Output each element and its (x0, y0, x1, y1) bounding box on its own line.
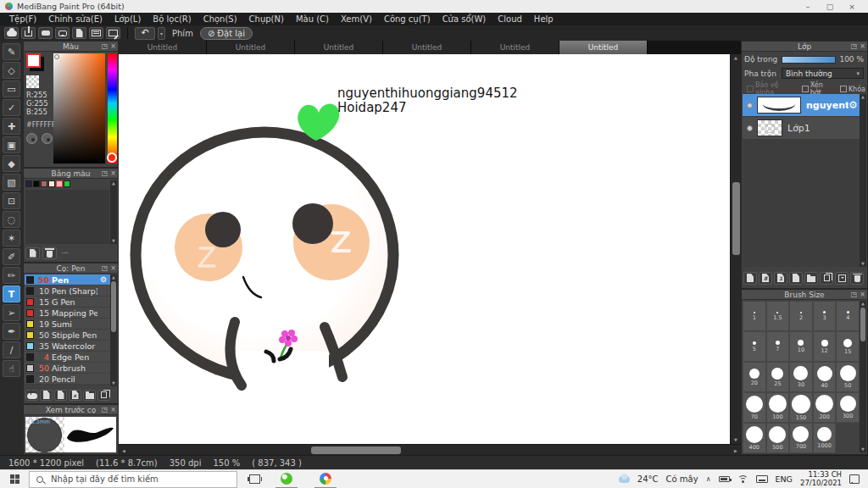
canvas-horizontal-scrollbar[interactable]: ◀ ▶ (119, 444, 741, 455)
brush-row[interactable]: 19 Sumi (25, 319, 110, 330)
taskbar-app-medibang[interactable] (274, 470, 299, 488)
transparent-color-swatch[interactable] (26, 75, 39, 88)
add-layer-folder-button[interactable] (804, 272, 818, 285)
brush-size-cell[interactable]: 100 (766, 392, 790, 423)
weather-cloud-icon[interactable] (619, 476, 630, 483)
foreground-color-swatch[interactable] (26, 53, 41, 68)
close-icon[interactable]: × (110, 405, 116, 415)
brush-row[interactable]: 50 Pen ⚙ (25, 274, 110, 286)
gradient-tool[interactable]: ▧ (3, 174, 20, 191)
palette-swatch[interactable] (33, 180, 40, 187)
text-tool[interactable]: T (3, 286, 20, 302)
popout-icon[interactable]: ◳ (102, 42, 108, 52)
duplicate-layer-button[interactable] (820, 272, 833, 285)
checkbox-box[interactable] (747, 86, 754, 92)
brush-size-cell[interactable]: 20 (743, 362, 766, 392)
undo-button[interactable]: ↶ (135, 27, 155, 40)
layer-row[interactable]: Lớp1 (743, 117, 860, 140)
brush-settings-gear-icon[interactable]: ⚙ (100, 275, 108, 284)
battery-icon[interactable] (719, 476, 730, 482)
brush-scroll-thumb[interactable] (111, 281, 116, 332)
select-eraser-tool[interactable]: ✏ (3, 267, 20, 284)
add-brush-button[interactable] (40, 390, 53, 401)
document-tab[interactable]: Untitled (119, 41, 207, 54)
scroll-down-icon[interactable]: ▼ (860, 446, 866, 452)
menu-item-1[interactable]: Chỉnh sửa(E) (42, 13, 108, 25)
eraser-tool[interactable]: ◇ (3, 62, 20, 79)
palette-alt-mode-icon[interactable] (42, 133, 53, 144)
popout-icon[interactable]: ◳ (851, 42, 858, 52)
brush-size-cell[interactable]: 1 (743, 301, 766, 331)
brush-size-cell[interactable]: 30 (789, 362, 813, 392)
menu-item-9[interactable]: Cửa sổ(W) (437, 13, 492, 25)
taskbar-app-browser[interactable] (313, 470, 338, 488)
close-icon[interactable]: × (860, 290, 865, 300)
language-indicator[interactable]: ENG (776, 474, 793, 484)
document-icon-button[interactable] (72, 27, 86, 39)
weather-desc[interactable]: Có mây (666, 474, 698, 484)
delete-color-button[interactable] (42, 247, 57, 259)
undo-menu-button[interactable]: ▾ (158, 27, 165, 40)
brush-scrollbar[interactable]: ▲ ▼ (110, 274, 117, 386)
maximize-button[interactable]: ▢ (819, 0, 841, 13)
brush-size-cell[interactable]: 2 (789, 301, 813, 331)
move-tool[interactable]: ✚ (3, 118, 20, 135)
vertical-scroll-thumb[interactable] (732, 182, 740, 255)
palette-swatch[interactable] (41, 180, 47, 187)
saturation-value-picker[interactable] (53, 53, 105, 164)
checkbox-box[interactable] (840, 86, 847, 92)
figure-tool[interactable]: ▭ (3, 80, 20, 97)
checkbox-box[interactable] (802, 86, 809, 92)
palette-scrollbar[interactable]: ▲ ▼ (110, 180, 117, 244)
brush-tool[interactable]: ✎ (3, 43, 20, 60)
brush-size-cell[interactable]: 150 (789, 392, 813, 423)
close-icon[interactable]: × (110, 169, 116, 179)
palette-swatch[interactable] (48, 180, 55, 187)
menu-item-5[interactable]: Chụp(N) (243, 13, 290, 25)
brush-size-cell[interactable]: 700 (789, 423, 813, 453)
menu-item-11[interactable]: Help (528, 13, 559, 25)
brush-size-cell[interactable]: 12 (813, 331, 837, 362)
menu-item-3[interactable]: Bộ lọc(R) (147, 13, 197, 25)
opacity-slider[interactable] (782, 56, 836, 64)
menu-item-8[interactable]: Công cụ(T) (378, 13, 437, 25)
brush-row[interactable]: 15 Mapping Pen (25, 308, 110, 319)
hand-tool[interactable]: ☝ (3, 360, 20, 377)
scroll-up-icon[interactable]: ▲ (731, 55, 741, 61)
menu-item-0[interactable]: Tệp(F) (3, 13, 42, 25)
script-brush-button[interactable] (69, 390, 81, 401)
brush-size-cell[interactable]: 1.5 (766, 301, 790, 331)
menu-item-7[interactable]: Xem(V) (335, 13, 378, 25)
popout-icon[interactable]: ◳ (851, 290, 858, 300)
bucket-tool[interactable]: ◆ (3, 155, 20, 172)
layer-settings-gear-icon[interactable]: ⚙ (849, 99, 860, 111)
document-tab[interactable]: Untitled (383, 41, 471, 54)
search-input[interactable] (49, 474, 230, 485)
palette-swatch[interactable] (25, 180, 32, 187)
brush-size-cell[interactable]: 15 (836, 331, 860, 362)
operation-tool[interactable]: ➢ (3, 304, 20, 321)
brush-size-cell[interactable]: 25 (766, 362, 790, 392)
add-brush-menu-button[interactable] (54, 390, 67, 401)
magic-wand-tool[interactable]: ✶ (3, 230, 20, 247)
brush-row[interactable]: 20 Pencil (25, 374, 110, 385)
share-icon-button[interactable] (21, 27, 36, 39)
brush-row[interactable]: 10 Pen (Sharp) (25, 286, 110, 297)
scroll-down-icon[interactable]: ▼ (731, 437, 741, 443)
scroll-down-icon[interactable]: ▼ (110, 380, 117, 386)
brush-folder-button[interactable] (83, 390, 96, 401)
brush-size-cell[interactable]: 5 (743, 331, 766, 362)
scroll-left-icon[interactable]: ◀ (120, 448, 127, 454)
popout-icon[interactable]: ◳ (102, 169, 108, 179)
divide-tool[interactable]: ∕ (3, 341, 20, 358)
menu-item-10[interactable]: Cloud (492, 13, 528, 25)
notification-center-icon[interactable] (849, 474, 860, 484)
layer-scrollbar[interactable]: ▲ ▼ (860, 94, 866, 267)
add-8bit-layer-button[interactable] (759, 272, 772, 285)
scroll-up-icon[interactable]: ▲ (860, 94, 866, 100)
taskbar-search[interactable] (29, 471, 237, 488)
brush-row[interactable]: 4 Edge Pen (25, 352, 110, 363)
close-button[interactable]: × (841, 0, 863, 13)
palette-swatch[interactable] (64, 180, 70, 187)
brush-row[interactable]: 50 Airbrush (25, 363, 110, 374)
